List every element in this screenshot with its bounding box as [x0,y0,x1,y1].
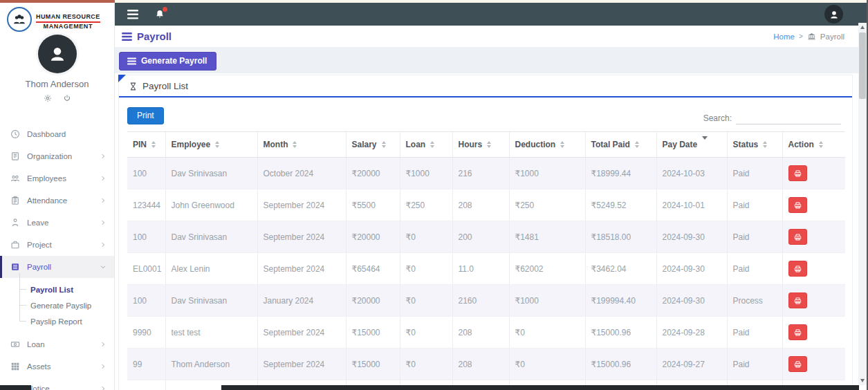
column-header-deduction[interactable]: Deduction [509,132,585,158]
assets-icon [10,362,20,371]
total_paid-cell: ₹18999.44 [585,158,656,189]
column-header-total_paid[interactable]: Total Paid [585,132,656,158]
status-cell: Paid [727,253,782,285]
sort-icon [430,141,434,148]
leave-icon [10,218,20,228]
row-print-button[interactable] [788,229,807,245]
pay_date-cell: 2024-09-28 [656,317,727,349]
sidebar-item-attendance[interactable]: Attendance [0,189,114,212]
horizontal-scrollbar-thumb[interactable] [221,385,859,390]
power-icon[interactable] [63,94,71,102]
column-label: Action [788,140,814,149]
sidebar-item-organization[interactable]: Organization [0,145,114,167]
sidebar-item-project[interactable]: Project [0,234,114,256]
action-cell [782,317,845,349]
print-button[interactable]: Print [127,107,164,124]
loan-cell: ₹0 [400,221,452,253]
sort-icon [635,141,639,148]
row-print-button[interactable] [788,197,807,213]
page-title-wrap: Payroll [122,30,172,42]
month-cell: September 2024 [257,253,346,285]
row-print-button[interactable] [788,356,807,372]
column-label: Employee [172,140,211,149]
scroll-up-arrow[interactable] [858,23,867,32]
pin-cell: 6600 [127,380,165,390]
column-header-status[interactable]: Status [727,132,782,158]
column-header-pay_date[interactable]: Pay Date [656,132,727,158]
sidebar-item-leave[interactable]: Leave [0,212,114,234]
sidebar-item-label: Assets [27,362,51,371]
brand-name: HUMAN RESOURCE MANAGEMENT [36,8,100,31]
row-print-button[interactable] [788,324,807,340]
pay_date-cell: 2024-10-01 [656,189,727,221]
sort-icon [382,141,386,148]
sidebar-item-payroll[interactable]: Payroll [0,256,114,278]
sidebar-item-assets[interactable]: Assets [0,355,114,378]
brand-logo[interactable]: HUMAN RESOURCE MANAGEMENT [0,0,114,32]
hours-cell: 200 [452,221,509,253]
column-header-pin[interactable]: PIN [127,132,165,158]
sidebar-item-employees[interactable]: Employees [0,167,114,189]
vertical-scrollbar-thumb[interactable] [859,32,866,99]
loan-cell: ₹250 [400,189,452,221]
row-print-button[interactable] [788,292,807,308]
breadcrumb-home-link[interactable]: Home [773,32,795,41]
column-header-loan[interactable]: Loan [400,132,452,158]
sort-desc-icon [702,140,708,149]
sidebar-item-label: Organization [27,152,72,160]
table-row: 100Dav SrinivasanJanuary 2024₹20000₹0216… [127,285,845,317]
sidebar-menu: DashboardOrganizationEmployeesAttendance… [0,123,114,390]
payroll-list-card: Payroll List Print Search: PINE [118,75,853,390]
search-input[interactable] [736,111,841,124]
column-header-employee[interactable]: Employee [165,132,257,158]
hours-cell: 2160 [452,285,509,317]
sidebar-item-loan[interactable]: Loan [0,333,114,355]
menu-toggle-icon[interactable] [127,10,138,19]
pin-cell: 100 [127,221,165,253]
sidebar-item-dashboard[interactable]: Dashboard [0,123,114,145]
row-print-button[interactable] [788,261,807,277]
card-title: Payroll List [142,81,188,91]
profile-avatar[interactable] [38,35,77,73]
column-header-hours[interactable]: Hours [452,132,509,158]
column-label: Month [264,140,288,149]
column-header-month[interactable]: Month [257,132,346,158]
submenu-item-generate-payslip[interactable]: Generate Payslip [0,297,114,313]
payroll-table-body: 100Dav SrinivasanOctober 2024₹20000₹1000… [127,158,845,390]
vertical-scrollbar[interactable] [858,23,867,385]
action-cell [782,221,845,253]
organization-icon [10,151,20,161]
row-print-button[interactable] [788,165,807,181]
page-title: Payroll [137,30,172,42]
status-cell: Process [727,285,782,317]
month-cell: October 2024 [257,158,346,189]
column-header-action[interactable]: Action [782,132,845,158]
bell-icon[interactable] [155,9,165,19]
pin-cell: 9990 [127,317,165,349]
attendance-icon [10,196,20,205]
gear-icon[interactable] [44,94,52,102]
submenu-item-payroll-list[interactable]: Payroll List [0,281,114,297]
pay_date-cell: 2024-10-03 [656,158,727,189]
card-header: Payroll List [119,75,852,98]
month-cell: September 2024 [257,221,346,253]
generate-payroll-label: Generate Payroll [141,56,207,66]
chevron-right-icon [100,153,107,160]
hourglass-icon [129,82,138,91]
breadcrumb-separator: > [799,32,803,40]
action-cell [782,158,845,189]
scroll-down-arrow[interactable] [858,376,867,385]
action-band: Generate Payroll [115,47,868,73]
column-header-salary[interactable]: Salary [346,132,400,158]
top-navbar [115,3,868,26]
loan-cell: ₹0 [400,285,452,317]
generate-payroll-button[interactable]: Generate Payroll [119,52,216,71]
horizontal-scrollbar-left[interactable] [0,385,31,390]
submenu-item-payslip-report[interactable]: Payslip Report [0,313,114,329]
sort-icon [215,141,219,148]
sort-icon [293,141,297,148]
navbar-avatar[interactable] [824,5,843,24]
breadcrumb: Home > Payroll [773,32,844,41]
action-cell [782,285,845,317]
employee-cell: Dav Srinivasan [165,285,257,317]
